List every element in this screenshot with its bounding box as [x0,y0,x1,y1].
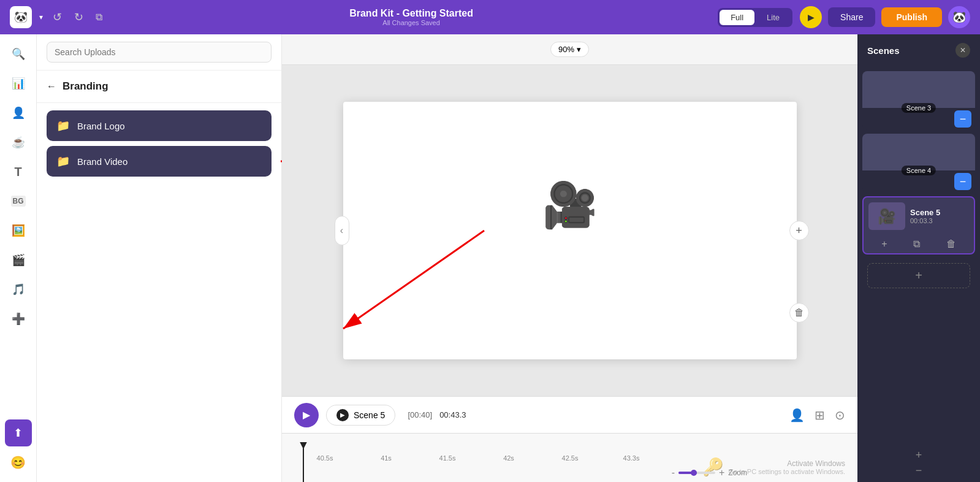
search-input[interactable] [47,42,272,63]
audio-icon: 🎵 [12,283,25,296]
side-panel: ← Branding 📁 Brand Logo 📁 Brand Video [37,34,282,482]
upload-icon: ⬆ [13,426,23,440]
scenes-icon: 📊 [12,77,25,90]
user-avatar[interactable]: 🐼 [948,6,970,28]
play-button[interactable]: ▶ [294,403,319,427]
sidebar-item-audio[interactable]: 🎵 [5,276,32,303]
timeline-tick-3: 42s [478,454,539,462]
sidebar-item-search[interactable]: 🔍 [5,40,32,67]
sidebar-item-more[interactable]: ➕ [5,305,32,332]
branding-title: Branding [63,80,108,93]
sidebar-item-text[interactable]: T [5,158,32,185]
user-icon: 😊 [10,455,26,470]
scene-3-collapse-button[interactable]: − [954,110,971,128]
scene-5-controls: + ⧉ 🗑 [864,235,974,253]
zoom-level: 90% [558,45,574,54]
preview-play-button[interactable]: ▶ [800,6,822,28]
brand-video-label: Brand Video [77,156,127,167]
sidebar-item-bg[interactable]: BG [5,188,32,215]
video-icon: 🎬 [12,253,25,267]
project-title-area: Brand Kit - Getting Started All Changes … [112,8,710,26]
add-scene-right-button[interactable]: + [789,221,809,240]
avatar-bottom-icon[interactable]: 👤 [789,408,805,423]
timeline-playhead [303,448,304,483]
scenes-close-button[interactable]: ✕ [955,43,970,58]
bottom-toolbar-icons: 👤 ⊞ ⊙ [789,408,845,423]
brand-logo-item[interactable]: 📁 Brand Logo [47,110,272,141]
scene-time-bracket: [00:40] [408,410,432,419]
folder-icon: 📁 [56,119,70,132]
brand-video-item[interactable]: 📁 Brand Video [47,146,272,177]
props-icon: ☕ [12,136,25,149]
search-bar-area [37,34,281,71]
scene-5-duplicate-button[interactable]: ⧉ [913,239,920,250]
scenes-zoom-out-button[interactable]: − [916,464,922,477]
canvas-main: ‹ 🎥 + 🗑 [282,65,857,396]
main-layout: 🔍 📊 👤 ☕ T BG 🖼️ 🎬 🎵 ➕ ⬆ [0,34,980,482]
timeline-area: 40.5s 41s 41.5s 42s 42.5s 43.3s 🔑 Activa… [282,433,857,482]
current-scene-label: Scene 5 [354,410,385,420]
scene-5-info: Scene 5 00:03.3 [910,202,940,230]
scene-4-label: Scene 4 [902,166,936,175]
panel-collapse-button[interactable]: ‹ [335,216,349,245]
delete-element-button[interactable]: 🗑 [789,303,809,323]
timeline-tick-5: 43.3s [601,454,662,462]
scene-play-button[interactable]: ▶ Scene 5 [326,405,395,426]
lite-view-button[interactable]: Lite [756,10,791,25]
playback-bar: ▶ ▶ Scene 5 [00:40] 00:43.3 👤 ⊞ ⊙ [282,396,857,433]
brand-logo-label: Brand Logo [77,121,125,131]
zoom-out-button[interactable]: - [672,467,675,478]
topbar: 🐼 ▾ ↺ ↻ ⧉ Brand Kit - Getting Started Al… [0,0,980,34]
canvas-area: 90% ▾ ‹ 🎥 + 🗑 [282,34,857,433]
full-view-button[interactable]: Full [720,10,754,25]
scenes-zoom-in-button[interactable]: + [916,449,922,462]
scene-5-delete-button[interactable]: 🗑 [946,239,956,250]
scene-4-card[interactable]: Scene 4 − [862,134,975,193]
branding-header: ← Branding [37,71,281,103]
scene-play-icon: ▶ [336,409,349,421]
scene-5-add-button[interactable]: + [881,239,887,250]
characters-icon: 👤 [12,106,25,120]
scene-5-card[interactable]: 🎥 Scene 5 00:03.3 + ⧉ 🗑 [862,196,975,254]
text-icon: T [14,165,21,179]
timeline-zoom-bar: - + Zoom [672,467,747,478]
zoom-dropdown-icon: ▾ [577,45,581,54]
brand-items-list: 📁 Brand Logo 📁 Brand Video [37,103,281,184]
scene-5-preview: 🎥 [868,202,905,230]
scene-3-label: Scene 3 [902,103,936,113]
scene-3-card[interactable]: Scene 3 − [862,71,975,130]
sidebar-item-upload[interactable]: ⬆ [5,419,32,446]
share-button[interactable]: Share [828,7,875,27]
sidebar-item-props[interactable]: ☕ [5,129,32,156]
logo-dropdown-icon[interactable]: ▾ [39,13,43,21]
sidebar-item-scenes[interactable]: 📊 [5,70,32,97]
zoom-in-button[interactable]: + [719,467,724,478]
camera-icon[interactable]: ⊙ [835,408,845,423]
scenes-list: Scene 3 − Scene 4 − 🎥 Scene 5 [857,66,980,444]
publish-button[interactable]: Publish [881,7,942,27]
app-logo[interactable]: 🐼 [10,6,32,28]
play-icon: ▶ [808,12,815,22]
left-icon-bar: 🔍 📊 👤 ☕ T BG 🖼️ 🎬 🎵 ➕ ⬆ [0,34,37,482]
sidebar-item-characters[interactable]: 👤 [5,99,32,126]
sidebar-item-media[interactable]: 🖼️ [5,217,32,244]
project-title: Brand Kit - Getting Started [112,8,710,19]
zoom-control[interactable]: 90% ▾ [550,42,589,57]
timeline-tick-4: 42.5s [539,454,601,462]
layout-icon[interactable]: ⊞ [815,408,825,423]
add-scene-button[interactable]: + [867,263,970,288]
search-icon: 🔍 [12,47,25,61]
back-arrow-button[interactable]: ← [47,81,56,92]
more-icon: ➕ [12,312,25,326]
mascot-character: 🎥 [542,180,598,229]
undo-button[interactable]: ↺ [50,8,64,26]
duplicate-button[interactable]: ⧉ [93,9,105,25]
save-status: All Changes Saved [112,19,710,26]
scenes-panel-title: Scenes [867,45,900,56]
canvas-slide[interactable]: ‹ 🎥 + 🗑 [343,102,797,359]
sidebar-item-user-avatar[interactable]: 😊 [5,449,32,476]
redo-button[interactable]: ↻ [72,8,86,26]
sidebar-item-video[interactable]: 🎬 [5,247,32,274]
scene-4-collapse-button[interactable]: − [954,173,971,190]
zoom-label: Zoom [728,469,747,477]
